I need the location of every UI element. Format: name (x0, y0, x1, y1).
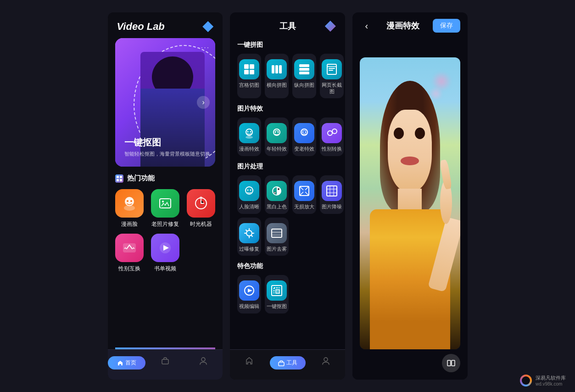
svg-point-12 (201, 358, 205, 361)
webpage-icon (322, 59, 342, 79)
section-collage-title: 一键拼图 (237, 41, 338, 49)
tool-young-fx[interactable]: 年轻特效 (265, 118, 289, 156)
bw-color-icon (267, 181, 287, 201)
watermark-logo (520, 375, 532, 386)
tool-grid-effects: 漫画特效 年轻特效 变老特效 (237, 118, 338, 156)
svg-rect-15 (244, 70, 249, 74)
dehaze-label: 图片去雾 (267, 246, 287, 252)
p2-tools-btn[interactable]: 工具 (270, 356, 306, 370)
svg-marker-63 (248, 289, 252, 292)
svg-line-39 (332, 132, 333, 132)
tool-horizontal-collage[interactable]: 横向拼图 (265, 54, 289, 98)
denoise-icon (322, 181, 342, 201)
hero-next-btn[interactable]: › (197, 96, 210, 109)
profile-icon (199, 356, 208, 365)
tool-lossless-zoom[interactable]: 无损放大 (292, 175, 316, 214)
svg-rect-22 (299, 72, 309, 74)
nav-tools[interactable] (146, 353, 184, 372)
panel2-title: 工具 (279, 21, 296, 32)
nav-profile[interactable] (184, 353, 223, 372)
compare-button[interactable] (442, 354, 460, 372)
svg-rect-47 (327, 186, 337, 196)
young-fx-label: 年轻特效 (267, 146, 287, 152)
video-edit-label: 视频编辑 (239, 303, 259, 310)
svg-rect-14 (250, 64, 254, 69)
svg-rect-16 (250, 70, 254, 74)
tool-gender-fx[interactable]: 性别转换 (320, 118, 344, 156)
gender-fx-icon (322, 123, 342, 143)
manga-fx-icon (239, 123, 259, 143)
tool-bw-color[interactable]: 黑白上色 (265, 175, 289, 214)
webpage-label: 网页长截图 (322, 82, 342, 95)
svg-rect-17 (272, 65, 274, 73)
tool-vertical-collage[interactable]: 纵向拼图 (292, 54, 316, 98)
face-clear-label: 人脸清晰 (239, 204, 259, 210)
vertical-icon (294, 59, 314, 79)
hot-grid: 漫画脸 老照片修复 时光机器 (115, 189, 216, 273)
tool-denoise[interactable]: 图片降噪 (320, 175, 344, 214)
svg-point-5 (162, 201, 164, 202)
panel3-title: 漫画特效 (386, 20, 419, 31)
p2-profile-icon (321, 356, 330, 365)
panel1-nav: 首页 (108, 349, 223, 380)
back-button[interactable]: ‹ (360, 19, 374, 33)
svg-line-58 (251, 235, 252, 236)
tool-exposure[interactable]: 过曝修复 (237, 218, 261, 256)
tool-cutout[interactable]: 一键抠图 (265, 275, 289, 314)
tool-dehaze[interactable]: 图片去雾 (265, 218, 289, 256)
p2-nav-home[interactable] (230, 353, 268, 372)
panel2-nav: 工具 (230, 349, 345, 380)
svg-point-7 (200, 196, 202, 199)
svg-rect-25 (329, 68, 335, 69)
gender-label: 性别互换 (118, 265, 140, 273)
svg-rect-68 (452, 360, 455, 366)
save-button[interactable]: 保存 (433, 19, 460, 33)
svg-rect-11 (162, 359, 168, 364)
home-icon (117, 360, 123, 366)
svg-point-29 (250, 131, 251, 133)
tool-grid-cut[interactable]: 宫格切图 (237, 54, 261, 98)
tool-face-clear[interactable]: 人脸清晰 (237, 175, 261, 214)
svg-point-37 (328, 131, 332, 135)
section-icon (115, 174, 123, 183)
p2-nav-tools[interactable]: 工具 (268, 353, 307, 372)
p2-nav-profile[interactable] (307, 353, 345, 372)
tool-webpage-screenshot[interactable]: 网页长截图 (320, 54, 344, 98)
grid-cut-label: 宫格切图 (239, 82, 259, 89)
panel-tools: 工具 一键拼图 宫格切图 (230, 12, 345, 380)
panel3-top-space (352, 39, 468, 57)
lossless-zoom-label: 无损放大 (294, 204, 314, 210)
svg-rect-18 (275, 65, 278, 73)
nav-home-btn[interactable]: 首页 (108, 356, 145, 370)
hot-item-clock[interactable]: 时光机器 (187, 189, 215, 228)
svg-point-38 (332, 129, 337, 134)
hot-item-manga[interactable]: 漫画脸 (115, 189, 144, 228)
hero-dots: ··· (201, 44, 210, 52)
horizontal-label: 横向拼图 (267, 82, 287, 89)
svg-point-36 (305, 132, 307, 133)
svg-rect-59 (272, 229, 282, 237)
old-photo-label: 老照片修复 (151, 220, 179, 228)
tool-video-edit[interactable]: 视频编辑 (237, 275, 261, 314)
tool-old-fx[interactable]: 变老特效 (292, 118, 316, 156)
svg-line-57 (246, 230, 247, 231)
hot-item-photo[interactable]: 老照片修复 (151, 189, 179, 228)
section-photo-effects-title: 图片特效 (237, 105, 338, 113)
old-photo-icon (151, 189, 179, 218)
tool-grid-special: 视频编辑 一键抠图 (237, 275, 338, 314)
exposure-label: 过曝修复 (239, 246, 259, 252)
gender-fx-label: 性别转换 (322, 146, 342, 152)
svg-rect-19 (279, 65, 282, 73)
svg-point-41 (247, 189, 249, 190)
nav-home[interactable]: 首页 (108, 353, 146, 372)
diamond-icon[interactable] (202, 21, 213, 32)
hot-item-book[interactable]: 书单视频 (151, 234, 179, 273)
gender-icon (115, 234, 144, 262)
svg-rect-65 (279, 362, 284, 366)
tool-manga-fx[interactable]: 漫画特效 (237, 118, 261, 156)
hero-banner[interactable]: ··· › 一键抠图 智能轻松抠图，海量背景模板随意切换 (115, 38, 216, 167)
svg-point-1 (127, 200, 128, 202)
hot-item-gender[interactable]: 性别互换 (115, 234, 144, 273)
hero-title: 一键抠图 (124, 136, 210, 149)
svg-point-30 (246, 136, 253, 139)
